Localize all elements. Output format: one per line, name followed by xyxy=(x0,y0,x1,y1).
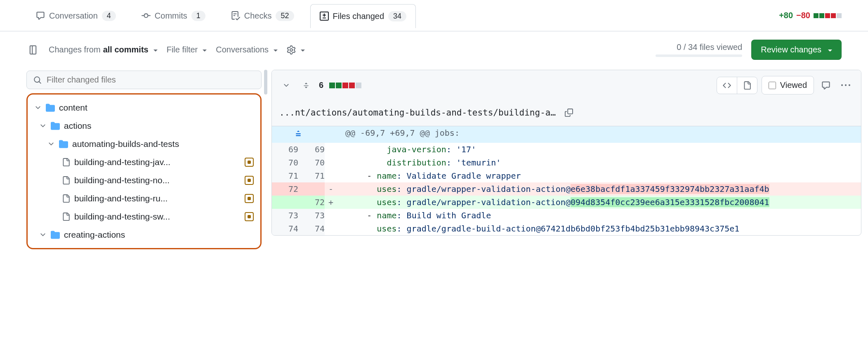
folder-icon xyxy=(51,121,60,130)
expand-hunk-button[interactable] xyxy=(272,126,325,143)
tree-file[interactable]: building-and-testing-no... xyxy=(31,171,257,189)
collapse-file-icon[interactable] xyxy=(279,78,293,92)
line-number-new: 74 xyxy=(298,222,325,235)
diff-line[interactable]: 7474 uses: gradle/gradle-build-action@67… xyxy=(272,222,861,235)
checklist-icon xyxy=(231,11,240,20)
file-icon xyxy=(62,158,70,166)
viewed-checkbox[interactable]: Viewed xyxy=(762,76,814,95)
tab-count: 52 xyxy=(276,11,294,21)
diff-file-header: 6 Viewed ...nt xyxy=(272,70,861,126)
tab-label: Conversation xyxy=(49,11,98,21)
tree-folder-content[interactable]: content xyxy=(31,99,257,117)
chevron-down-icon xyxy=(34,104,42,111)
diff-toolbar: Changes from all commits File filter Con… xyxy=(0,31,868,70)
line-number-new: 72 xyxy=(298,196,325,209)
diff-table: @@ -69,7 +69,7 @@ jobs: 6969 java-versio… xyxy=(272,126,861,235)
scrollbar-thumb[interactable] xyxy=(264,70,267,95)
filter-files-input-wrap[interactable] xyxy=(26,71,262,89)
chevron-down-icon xyxy=(47,140,55,148)
viewed-checkbox-input[interactable] xyxy=(769,82,776,89)
folder-icon xyxy=(46,103,55,112)
comment-file-icon[interactable] xyxy=(818,78,834,93)
tree-file[interactable]: building-and-testing-sw... xyxy=(31,208,257,226)
tab-label: Commits xyxy=(155,11,187,21)
review-changes-button[interactable]: Review changes xyxy=(751,40,842,60)
sidebar-collapse-icon[interactable] xyxy=(26,43,40,57)
diff-line[interactable]: 72+ uses: gradle/wrapper-validation-acti… xyxy=(272,196,861,209)
code-content: uses: gradle/wrapper-validation-action@0… xyxy=(337,196,861,209)
view-mode-toggle xyxy=(717,77,757,94)
file-filter-select[interactable]: File filter xyxy=(167,45,207,54)
line-number-new: 69 xyxy=(298,143,325,156)
tab-label: Checks xyxy=(244,11,272,21)
line-number-new: 71 xyxy=(298,169,325,182)
line-number-old: 71 xyxy=(272,169,298,182)
tree-file[interactable]: building-and-testing-jav... xyxy=(31,153,257,171)
tree-folder-creating-actions[interactable]: creating-actions xyxy=(31,226,257,244)
diff-panel: 6 Viewed ...nt xyxy=(271,70,861,236)
file-path[interactable]: ...nt/actions/automating-builds-and-test… xyxy=(279,108,556,118)
line-number-old: 70 xyxy=(272,156,298,169)
expand-all-icon[interactable] xyxy=(299,78,313,92)
additions-count: +80 xyxy=(779,11,793,20)
files-viewed-text: 0 / 34 files viewed xyxy=(677,43,742,52)
file-diff-icon xyxy=(320,12,329,21)
chevron-down-icon xyxy=(39,122,47,130)
folder-icon xyxy=(51,230,60,239)
line-number-new xyxy=(298,182,325,196)
line-number-old xyxy=(272,196,298,209)
line-number-new: 73 xyxy=(298,209,325,222)
code-content: - name: Build with Gradle xyxy=(337,209,861,222)
code-content: distribution: 'temurin' xyxy=(337,156,861,169)
file-tree: content actions automating-builds-and-te… xyxy=(26,93,262,249)
modified-badge xyxy=(245,194,254,203)
diff-settings-select[interactable] xyxy=(287,45,305,54)
file-icon xyxy=(62,176,70,184)
tab-checks[interactable]: Checks 52 xyxy=(222,4,304,28)
folder-icon xyxy=(59,139,68,149)
file-icon xyxy=(62,213,70,221)
tab-count: 1 xyxy=(191,11,205,21)
tab-label: Files changed xyxy=(333,12,384,21)
tree-file[interactable]: building-and-testing-ru... xyxy=(31,189,257,208)
line-number-new: 70 xyxy=(298,156,325,169)
line-number-old: 69 xyxy=(272,143,298,156)
code-content: uses: gradle/gradle-build-action@67421db… xyxy=(337,222,861,235)
changes-from-select[interactable]: Changes from all commits xyxy=(49,45,158,54)
kebab-menu-icon[interactable] xyxy=(838,78,854,93)
diff-line[interactable]: 7070 distribution: 'temurin' xyxy=(272,156,861,169)
deletions-count: −80 xyxy=(796,11,810,20)
gear-icon xyxy=(287,45,296,54)
viewed-progress xyxy=(656,54,742,57)
diff-line[interactable]: 72- uses: gradle/wrapper-validation-acti… xyxy=(272,182,861,196)
copy-path-icon[interactable] xyxy=(561,105,576,120)
file-icon xyxy=(62,194,70,203)
modified-badge xyxy=(245,212,254,221)
diff-line[interactable]: 6969 java-version: '17' xyxy=(272,143,861,156)
line-number-old: 73 xyxy=(272,209,298,222)
tab-files-changed[interactable]: Files changed 34 xyxy=(310,4,416,28)
tree-folder-automating[interactable]: automating-builds-and-tests xyxy=(31,135,257,153)
code-content: - name: Validate Gradle wrapper xyxy=(337,169,861,182)
diff-stats: +80 −80 xyxy=(779,11,842,20)
source-view-button[interactable] xyxy=(717,77,737,94)
tree-folder-actions[interactable]: actions xyxy=(31,117,257,135)
diff-line[interactable]: 7373 - name: Build with Gradle xyxy=(272,209,861,222)
chevron-down-icon xyxy=(39,231,47,239)
hunk-header-row: @@ -69,7 +69,7 @@ jobs: xyxy=(272,126,861,143)
modified-badge xyxy=(245,158,254,167)
search-icon xyxy=(33,76,42,84)
tab-count: 34 xyxy=(388,11,406,21)
line-number-old: 74 xyxy=(272,222,298,235)
commit-icon xyxy=(142,11,151,20)
diff-line[interactable]: 7171 - name: Validate Gradle wrapper xyxy=(272,169,861,182)
tab-conversation[interactable]: Conversation 4 xyxy=(26,4,125,28)
rendered-view-button[interactable] xyxy=(737,77,757,94)
line-number-old: 72 xyxy=(272,182,298,196)
pr-tabs: Conversation 4 Commits 1 Checks 52 Files… xyxy=(0,0,868,31)
conversations-select[interactable]: Conversations xyxy=(216,45,278,54)
tab-commits[interactable]: Commits 1 xyxy=(132,4,215,28)
filter-files-input[interactable] xyxy=(47,75,255,85)
diff-blocks-small xyxy=(329,83,361,88)
modified-badge xyxy=(245,176,254,185)
